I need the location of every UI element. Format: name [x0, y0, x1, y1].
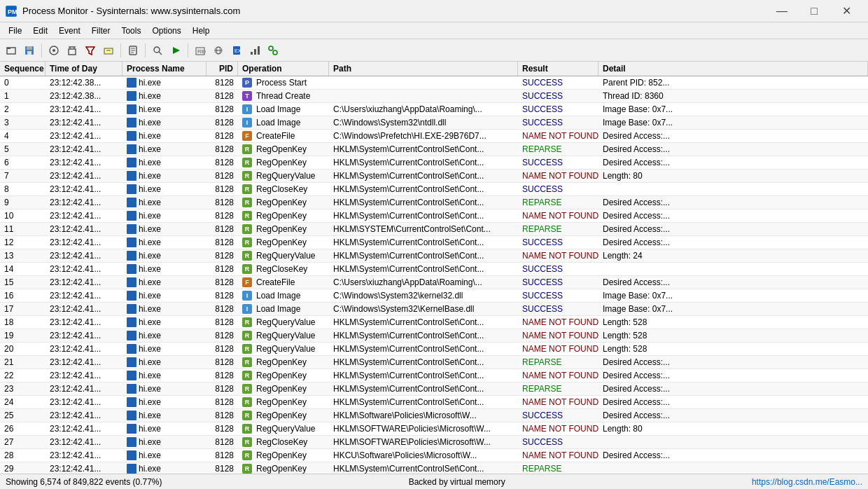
cell-op-name: CreateFile	[256, 131, 295, 141]
table-row[interactable]: 20 23:12:42.41... hi.exe 8128 R RegQuery…	[0, 343, 868, 356]
toolbar-btn-highlight[interactable]	[100, 42, 117, 59]
cell-proc-name: hi.exe	[139, 397, 161, 407]
table-row[interactable]: 15 23:12:42.41... hi.exe 8128 F CreateFi…	[0, 276, 868, 289]
table-row[interactable]: 19 23:12:42.41... hi.exe 8128 R RegQuery…	[0, 329, 868, 343]
maximize-button[interactable]: □	[798, 1, 830, 21]
col-header-detail[interactable]: Detail	[598, 62, 868, 76]
col-header-result[interactable]: Result	[518, 62, 598, 76]
toolbar-btn-process[interactable]: EXE	[228, 42, 245, 59]
cell-seq: 27	[0, 436, 46, 448]
table-row[interactable]: 12 23:12:42.41... hi.exe 8128 R RegOpenK…	[0, 236, 868, 249]
menu-item-help[interactable]: Help	[187, 25, 216, 37]
toolbar-btn-save[interactable]	[21, 42, 38, 59]
menu-item-edit[interactable]: Edit	[27, 25, 53, 37]
table-row[interactable]: 27 23:12:42.41... hi.exe 8128 R RegClose…	[0, 436, 868, 449]
table-row[interactable]: 6 23:12:42.41... hi.exe 8128 R RegOpenKe…	[0, 156, 868, 170]
status-memory: Backed by virtual memory	[162, 477, 752, 487]
table-row[interactable]: 10 23:12:42.41... hi.exe 8128 R RegOpenK…	[0, 209, 868, 223]
cell-op: I Load Image	[238, 116, 329, 129]
menu-item-event[interactable]: Event	[53, 25, 86, 37]
menu-bar: FileEditEventFilterToolsOptionsHelp	[0, 22, 868, 39]
cell-result: SUCCESS	[518, 276, 598, 289]
table-row[interactable]: 14 23:12:42.41... hi.exe 8128 R RegClose…	[0, 263, 868, 276]
toolbar-btn-autoscroll[interactable]	[46, 42, 62, 59]
menu-item-file[interactable]: File	[3, 25, 27, 37]
close-button[interactable]: ✕	[830, 1, 862, 21]
cell-result: REPARSE	[518, 143, 598, 156]
table-row[interactable]: 8 23:12:42.41... hi.exe 8128 R RegCloseK…	[0, 183, 868, 196]
cell-seq: 18	[0, 316, 46, 329]
table-row[interactable]: 25 23:12:42.41... hi.exe 8128 R RegOpenK…	[0, 409, 868, 422]
table-row[interactable]: 3 23:12:42.41... hi.exe 8128 I Load Imag…	[0, 116, 868, 130]
cell-proc-name: hi.exe	[139, 291, 161, 301]
cell-pid: 8128	[206, 209, 238, 222]
table-row[interactable]: 29 23:12:42.41... hi.exe 8128 R RegOpenK…	[0, 462, 868, 474]
menu-item-options[interactable]: Options	[146, 25, 186, 37]
col-header-path[interactable]: Path	[329, 62, 518, 76]
table-row[interactable]: 1 23:12:42.38... hi.exe 8128 T Thread Cr…	[0, 90, 868, 103]
cell-proc-name: hi.exe	[139, 237, 161, 247]
table-row[interactable]: 26 23:12:42.41... hi.exe 8128 R RegQuery…	[0, 422, 868, 436]
table-row[interactable]: 28 23:12:42.41... hi.exe 8128 R RegOpenK…	[0, 449, 868, 462]
cell-time: 23:12:42.41...	[46, 209, 122, 222]
cell-op-name: RegOpenKey	[256, 158, 307, 167]
table-body[interactable]: 0 23:12:42.38... hi.exe 8128 P Process S…	[0, 76, 868, 474]
table-row[interactable]: 18 23:12:42.41... hi.exe 8128 R RegQuery…	[0, 316, 868, 329]
toolbar-btn-crossref[interactable]	[265, 42, 281, 59]
col-header-time[interactable]: Time of Day	[46, 62, 122, 76]
minimize-button[interactable]: —	[766, 1, 798, 21]
toolbar-btn-jump[interactable]	[167, 42, 184, 59]
proc-icon	[127, 264, 136, 274]
cell-seq: 15	[0, 276, 46, 289]
toolbar-btn-network[interactable]	[210, 42, 227, 59]
svg-marker-22	[173, 47, 180, 54]
table-row[interactable]: 23 23:12:42.41... hi.exe 8128 R RegOpenK…	[0, 383, 868, 396]
toolbar-btn-reg[interactable]: REG	[192, 42, 209, 59]
cell-path: HKLM\SOFTWARE\Policies\Microsoft\W...	[329, 422, 518, 435]
toolbar-btn-properties[interactable]	[125, 42, 141, 59]
cell-result: REPARSE	[518, 383, 598, 395]
toolbar-btn-find[interactable]	[149, 42, 166, 59]
table-row[interactable]: 11 23:12:42.41... hi.exe 8128 R RegOpenK…	[0, 223, 868, 236]
proc-icon	[127, 464, 136, 474]
cell-proc-name: hi.exe	[139, 464, 161, 474]
toolbar-btn-profiling[interactable]	[246, 42, 263, 59]
toolbar-btn-open[interactable]	[3, 42, 20, 59]
toolbar-btn-clear[interactable]	[64, 42, 80, 59]
cell-time: 23:12:42.41...	[46, 183, 122, 195]
menu-item-filter[interactable]: Filter	[86, 25, 116, 37]
cell-proc-name: hi.exe	[139, 371, 161, 380]
table-row[interactable]: 17 23:12:42.41... hi.exe 8128 I Load Ima…	[0, 303, 868, 316]
col-header-pid[interactable]: PID	[206, 62, 238, 76]
cell-proc: hi.exe	[122, 196, 206, 209]
cell-pid: 8128	[206, 103, 238, 116]
cell-pid: 8128	[206, 76, 238, 89]
cell-detail: Length: 80	[598, 170, 868, 182]
cell-pid: 8128	[206, 183, 238, 195]
col-header-operation[interactable]: Operation	[238, 62, 329, 76]
table-row[interactable]: 9 23:12:42.41... hi.exe 8128 R RegOpenKe…	[0, 196, 868, 209]
table-row[interactable]: 7 23:12:42.41... hi.exe 8128 R RegQueryV…	[0, 170, 868, 183]
table-row[interactable]: 13 23:12:42.41... hi.exe 8128 R RegQuery…	[0, 249, 868, 263]
proc-icon	[127, 131, 136, 141]
table-row[interactable]: 22 23:12:42.41... hi.exe 8128 R RegOpenK…	[0, 369, 868, 383]
cell-proc: hi.exe	[122, 103, 206, 116]
cell-seq: 14	[0, 263, 46, 275]
table-row[interactable]: 0 23:12:42.38... hi.exe 8128 P Process S…	[0, 76, 868, 90]
cell-detail: Length: 528	[598, 329, 868, 342]
table-row[interactable]: 16 23:12:42.41... hi.exe 8128 I Load Ima…	[0, 289, 868, 303]
table-row[interactable]: 24 23:12:42.41... hi.exe 8128 R RegOpenK…	[0, 396, 868, 409]
cell-time: 23:12:42.41...	[46, 196, 122, 209]
table-row[interactable]: 21 23:12:42.41... hi.exe 8128 R RegOpenK…	[0, 356, 868, 369]
menu-item-tools[interactable]: Tools	[115, 25, 146, 37]
col-header-process[interactable]: Process Name	[122, 62, 206, 76]
table-row[interactable]: 2 23:12:42.41... hi.exe 8128 I Load Imag…	[0, 103, 868, 116]
table-row[interactable]: 5 23:12:42.41... hi.exe 8128 R RegOpenKe…	[0, 143, 868, 156]
col-header-sequence[interactable]: Sequence	[0, 62, 46, 76]
cell-time: 23:12:42.41...	[46, 223, 122, 235]
cell-time: 23:12:42.38...	[46, 90, 122, 102]
table-row[interactable]: 4 23:12:42.41... hi.exe 8128 F CreateFil…	[0, 130, 868, 143]
toolbar-btn-filter[interactable]	[82, 42, 99, 59]
cell-detail	[598, 183, 868, 195]
cell-seq: 23	[0, 383, 46, 395]
